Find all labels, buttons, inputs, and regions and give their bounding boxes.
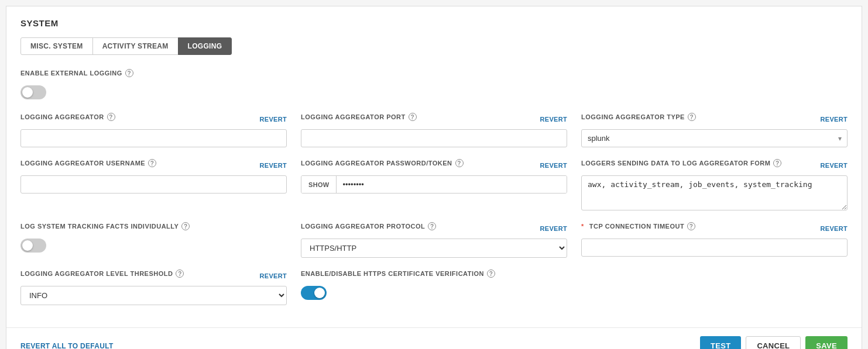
logging-aggregator-group: LOGGING AGGREGATOR ? REVERT http://%SPLU…	[20, 113, 287, 147]
logging-aggregator-level-threshold-select[interactable]: DEBUG INFO WARNING ERROR CRITICAL	[20, 286, 287, 305]
loggers-sending-data-label: LOGGERS SENDING DATA TO LOG AGGREGATOR F…	[581, 160, 770, 167]
logging-aggregator-username-group: LOGGING AGGREGATOR USERNAME ? REVERT	[20, 159, 287, 210]
enable-external-logging-toggle[interactable]	[20, 85, 46, 99]
revert-all-link[interactable]: REVERT ALL TO DEFAULT	[20, 342, 114, 350]
logging-aggregator-protocol-group: LOGGING AGGREGATOR PROTOCOL ? REVERT HTT…	[301, 222, 567, 258]
logging-aggregator-port-group: LOGGING AGGREGATOR PORT ? REVERT	[301, 113, 567, 147]
tcp-connection-timeout-revert[interactable]: REVERT	[821, 225, 848, 232]
toggle-knob-https-cert	[314, 288, 325, 298]
logging-aggregator-port-input[interactable]	[301, 129, 567, 147]
log-system-tracking-help-icon[interactable]: ?	[181, 222, 190, 230]
tcp-connection-timeout-group: * TCP CONNECTION TIMEOUT ? REVERT 5	[581, 222, 848, 258]
logging-aggregator-type-select-wrapper: splunk logstash loggly sumologic other	[581, 129, 848, 147]
loggers-sending-data-help-icon[interactable]: ?	[773, 159, 781, 167]
password-field-wrapper: SHOW	[301, 175, 567, 193]
logging-aggregator-password-revert[interactable]: REVERT	[540, 162, 567, 169]
row-2: LOGGING AGGREGATOR USERNAME ? REVERT LOG…	[20, 159, 848, 222]
save-button[interactable]: SAVE	[805, 336, 848, 349]
page-title: SYSTEM	[20, 18, 848, 28]
row-3: LOG SYSTEM TRACKING FACTS INDIVIDUALLY ?…	[20, 222, 848, 269]
logging-aggregator-level-threshold-revert[interactable]: REVERT	[260, 272, 287, 279]
enable-https-cert-verification-toggle[interactable]	[301, 286, 327, 300]
test-button[interactable]: TEST	[700, 336, 741, 349]
logging-aggregator-level-threshold-group: LOGGING AGGREGATOR LEVEL THRESHOLD ? REV…	[20, 269, 287, 305]
enable-https-cert-verification-help-icon[interactable]: ?	[487, 269, 495, 278]
loggers-sending-data-group: LOGGERS SENDING DATA TO LOG AGGREGATOR F…	[581, 159, 848, 210]
toggle-track-system-tracking	[20, 239, 46, 253]
logging-aggregator-port-revert[interactable]: REVERT	[540, 116, 567, 123]
logging-aggregator-port-help-icon[interactable]: ?	[409, 113, 417, 121]
show-password-button[interactable]: SHOW	[301, 176, 337, 193]
tcp-connection-timeout-help-icon[interactable]: ?	[687, 222, 695, 230]
row-1: LOGGING AGGREGATOR ? REVERT http://%SPLU…	[20, 113, 848, 159]
logging-aggregator-revert[interactable]: REVERT	[260, 116, 287, 123]
toggle-knob-system-tracking	[22, 240, 33, 251]
logging-aggregator-protocol-label: LOGGING AGGREGATOR PROTOCOL	[301, 223, 425, 230]
logging-aggregator-type-label: LOGGING AGGREGATOR TYPE	[581, 113, 685, 120]
loggers-sending-data-input[interactable]: awx, activity_stream, job_events, system…	[581, 175, 848, 210]
toggle-track-external-logging	[20, 85, 46, 99]
logging-aggregator-username-revert[interactable]: REVERT	[260, 162, 287, 169]
logging-aggregator-type-revert[interactable]: REVERT	[821, 116, 848, 123]
logging-aggregator-protocol-help-icon[interactable]: ?	[428, 222, 436, 230]
tcp-connection-timeout-input[interactable]: 5	[581, 239, 848, 257]
tab-misc-system[interactable]: MISC. SYSTEM	[20, 37, 93, 55]
enable-https-cert-verification-label: ENABLE/DISABLE HTTPS CERTIFICATE VERIFIC…	[301, 270, 484, 277]
enable-external-logging-label: ENABLE EXTERNAL LOGGING	[20, 70, 122, 77]
tab-bar: MISC. SYSTEM ACTIVITY STREAM LOGGING	[20, 37, 848, 55]
logging-aggregator-port-label: LOGGING AGGREGATOR PORT	[301, 113, 406, 120]
row-4: LOGGING AGGREGATOR LEVEL THRESHOLD ? REV…	[20, 269, 848, 317]
empty-col	[581, 269, 848, 317]
bottom-bar: REVERT ALL TO DEFAULT TEST CANCEL SAVE	[6, 327, 862, 349]
bottom-actions: TEST CANCEL SAVE	[700, 336, 848, 349]
logging-aggregator-password-input[interactable]	[337, 176, 567, 193]
logging-aggregator-label: LOGGING AGGREGATOR	[20, 113, 104, 120]
required-star: *	[581, 223, 584, 230]
settings-page: SYSTEM MISC. SYSTEM ACTIVITY STREAM LOGG…	[6, 6, 862, 349]
logging-aggregator-password-help-icon[interactable]: ?	[455, 159, 464, 167]
logging-aggregator-username-help-icon[interactable]: ?	[148, 159, 156, 167]
toggle-track-https-cert	[301, 286, 327, 300]
log-system-tracking-toggle[interactable]	[20, 239, 46, 253]
logging-aggregator-level-threshold-label: LOGGING AGGREGATOR LEVEL THRESHOLD	[20, 270, 173, 277]
logging-aggregator-password-group: LOGGING AGGREGATOR PASSWORD/TOKEN ? REVE…	[301, 159, 567, 210]
logging-aggregator-level-threshold-help-icon[interactable]: ?	[176, 269, 184, 278]
logging-aggregator-type-help-icon[interactable]: ?	[688, 113, 696, 121]
enable-external-logging-section: ENABLE EXTERNAL LOGGING ?	[20, 69, 848, 101]
logging-aggregator-username-label: LOGGING AGGREGATOR USERNAME	[20, 160, 145, 167]
loggers-sending-data-revert[interactable]: REVERT	[821, 162, 848, 169]
cancel-button[interactable]: CANCEL	[746, 336, 801, 349]
tab-logging[interactable]: LOGGING	[178, 37, 232, 55]
tcp-connection-timeout-label: TCP CONNECTION TIMEOUT	[589, 223, 684, 230]
log-system-tracking-label: LOG SYSTEM TRACKING FACTS INDIVIDUALLY	[20, 223, 179, 230]
logging-aggregator-type-group: LOGGING AGGREGATOR TYPE ? REVERT splunk …	[581, 113, 848, 147]
logging-aggregator-username-input[interactable]	[20, 175, 287, 193]
log-system-tracking-group: LOG SYSTEM TRACKING FACTS INDIVIDUALLY ?	[20, 222, 287, 258]
logging-aggregator-input[interactable]: http://%SPLUNK_IP%/services/collector/ev…	[20, 129, 287, 147]
enable-external-logging-help-icon[interactable]: ?	[125, 69, 133, 77]
logging-aggregator-type-select[interactable]: splunk logstash loggly sumologic other	[581, 129, 848, 147]
logging-aggregator-password-label: LOGGING AGGREGATOR PASSWORD/TOKEN	[301, 160, 452, 167]
logging-aggregator-protocol-select[interactable]: HTTPS/HTTP TCP UDP	[301, 239, 567, 258]
logging-aggregator-help-icon[interactable]: ?	[107, 113, 115, 121]
logging-aggregator-protocol-revert[interactable]: REVERT	[540, 225, 567, 232]
toggle-knob-external-logging	[22, 87, 33, 98]
enable-https-cert-verification-group: ENABLE/DISABLE HTTPS CERTIFICATE VERIFIC…	[301, 269, 567, 305]
tab-activity-stream[interactable]: ACTIVITY STREAM	[92, 37, 179, 55]
